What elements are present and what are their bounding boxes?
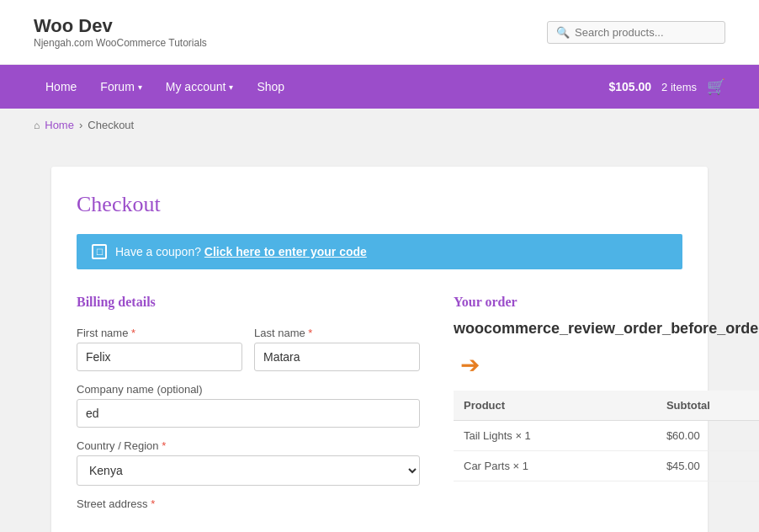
last-name-required: * xyxy=(308,327,312,339)
first-name-required: * xyxy=(131,327,135,339)
coupon-text: Have a coupon? Click here to enter your … xyxy=(115,245,367,258)
site-header: Woo Dev Njengah.com WooCommerce Tutorial… xyxy=(0,0,759,65)
nav-item-forum[interactable]: Forum ▾ xyxy=(88,65,153,109)
myaccount-chevron-icon: ▾ xyxy=(229,82,233,92)
street-group: Street address * xyxy=(77,497,420,510)
coupon-icon: ☐ xyxy=(92,244,107,259)
country-select[interactable]: Kenya xyxy=(77,455,420,486)
order-table-body: Tail Lights × 1 $60.00 Car Parts × 1 $45… xyxy=(454,421,759,481)
country-required: * xyxy=(162,439,166,452)
company-group: Company name (optional) xyxy=(77,383,420,428)
main-content: Checkout ☐ Have a coupon? Click here to … xyxy=(18,141,741,532)
search-input[interactable] xyxy=(575,26,716,39)
breadcrumb-separator: › xyxy=(79,119,82,131)
order-table-head: Product Subtotal xyxy=(454,391,759,421)
subtotal-cell: $60.00 xyxy=(656,421,759,451)
first-name-group: First name * xyxy=(77,327,242,371)
last-name-label: Last name * xyxy=(254,327,420,339)
billing-column: Billing details First name * Last name * xyxy=(77,295,420,510)
order-hook-row: woocommerce_review_order_before_order_to… xyxy=(454,318,759,379)
billing-title: Billing details xyxy=(77,295,420,310)
company-label: Company name (optional) xyxy=(77,383,420,396)
coupon-link[interactable]: Click here to enter your code xyxy=(204,245,367,258)
product-col-header: Product xyxy=(454,391,656,421)
order-table-row: Tail Lights × 1 $60.00 xyxy=(454,421,759,451)
site-nav: Home Forum ▾ My account ▾ Shop $105.00 2… xyxy=(0,65,759,109)
nav-right: $105.00 2 items 🛒 xyxy=(608,77,725,96)
nav-shop-label: Shop xyxy=(257,80,284,93)
checkout-title: Checkout xyxy=(77,192,682,217)
last-name-input[interactable] xyxy=(254,343,420,371)
country-label: Country / Region * xyxy=(77,439,420,452)
nav-left: Home Forum ▾ My account ▾ Shop xyxy=(34,65,608,109)
cart-icon[interactable]: 🛒 xyxy=(707,77,725,96)
first-name-label: First name * xyxy=(77,327,242,339)
cart-total: $105.00 xyxy=(608,80,651,93)
country-group: Country / Region * Kenya xyxy=(77,439,420,486)
coupon-bar: ☐ Have a coupon? Click here to enter you… xyxy=(77,234,682,269)
order-table: Product Subtotal Tail Lights × 1 $60.00 … xyxy=(454,391,759,481)
nav-home-label: Home xyxy=(45,80,77,93)
order-table-row: Car Parts × 1 $45.00 xyxy=(454,451,759,481)
breadcrumb: ⌂ Home › Checkout xyxy=(0,109,759,141)
search-box[interactable]: 🔍 xyxy=(547,21,725,44)
home-icon: ⌂ xyxy=(34,120,40,131)
product-cell: Tail Lights × 1 xyxy=(454,421,656,451)
site-logo: Woo Dev Njengah.com WooCommerce Tutorial… xyxy=(34,15,207,49)
name-row: First name * Last name * xyxy=(77,327,420,371)
nav-item-home[interactable]: Home xyxy=(34,65,88,109)
cart-count: 2 items xyxy=(661,81,697,93)
breadcrumb-home[interactable]: Home xyxy=(45,119,74,131)
last-name-group: Last name * xyxy=(254,327,420,371)
site-tagline: Njengah.com WooCommerce Tutorials xyxy=(34,37,207,49)
nav-myaccount-label: My account xyxy=(166,80,226,93)
order-column: Your order woocommerce_review_order_befo… xyxy=(454,295,759,510)
nav-item-myaccount[interactable]: My account ▾ xyxy=(154,65,246,109)
subtotal-col-header: Subtotal xyxy=(656,391,759,421)
subtotal-cell: $45.00 xyxy=(656,451,759,481)
checkout-card: Checkout ☐ Have a coupon? Click here to … xyxy=(51,167,708,532)
order-hook-text: woocommerce_review_order_before_order_to… xyxy=(454,318,759,339)
product-cell: Car Parts × 1 xyxy=(454,451,656,481)
search-icon: 🔍 xyxy=(556,26,570,39)
first-name-input[interactable] xyxy=(77,343,242,371)
breadcrumb-current: Checkout xyxy=(88,119,134,131)
order-table-header-row: Product Subtotal xyxy=(454,391,759,421)
forum-chevron-icon: ▾ xyxy=(138,82,142,92)
order-section-title: Your order xyxy=(454,295,759,310)
nav-forum-label: Forum xyxy=(100,80,134,93)
arrow-icon: ➔ xyxy=(460,351,480,379)
checkout-columns: Billing details First name * Last name * xyxy=(77,295,682,510)
company-input[interactable] xyxy=(77,399,420,428)
site-name: Woo Dev xyxy=(34,15,207,37)
street-required: * xyxy=(151,497,155,510)
nav-item-shop[interactable]: Shop xyxy=(245,65,296,109)
street-label: Street address * xyxy=(77,497,420,510)
